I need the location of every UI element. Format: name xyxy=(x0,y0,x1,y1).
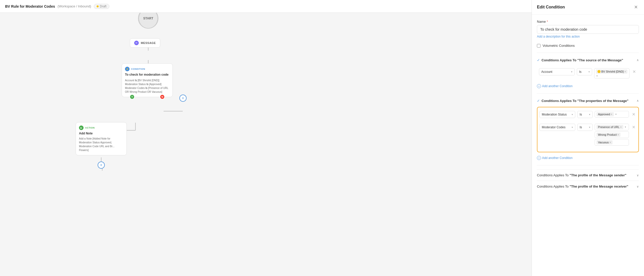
wrong-product-remove[interactable]: × xyxy=(617,133,619,136)
action-detail: Add a Note [Added Note for Moderation St… xyxy=(79,137,123,152)
presence-url-remove[interactable]: × xyxy=(620,126,622,129)
chevron-up-1: ∧ xyxy=(637,58,639,62)
section-sender-header[interactable]: Conditions Applies To "The profile of th… xyxy=(537,169,639,181)
section-receiver-title: Conditions Applies To "The profile of th… xyxy=(537,185,628,188)
section-properties-header[interactable]: ✓ Conditions Applies To "The properties … xyxy=(537,98,639,104)
account-values-chevron[interactable]: ▾ xyxy=(596,75,598,77)
account-chevron: ▾ xyxy=(571,71,572,73)
moderation-status-field-select[interactable]: Moderation Status ▾ xyxy=(539,111,575,118)
action-title: Add Note xyxy=(79,132,123,135)
moderation-status-row: Moderation Status ▾ Is ▾ Approved × ▾ xyxy=(539,109,636,120)
add-condition-btn-1[interactable]: + Add another Condition xyxy=(537,83,639,89)
volumetric-checkbox[interactable] xyxy=(537,44,540,48)
moderation-status-op-label: Is xyxy=(580,113,582,116)
message-icon: ✉ xyxy=(134,41,139,45)
condition-node[interactable]: ⚡ CONDITION To check for moderation code… xyxy=(122,63,173,97)
account-value-tag: BV Shrishti [DND] × xyxy=(596,70,627,74)
moderator-codes-field-select[interactable]: Moderator Codes ▾ xyxy=(539,124,575,131)
no-branch-plus[interactable]: + xyxy=(179,95,187,102)
moderation-status-row-remove[interactable]: ✕ xyxy=(631,111,636,118)
account-value-remove[interactable]: × xyxy=(624,70,626,73)
add-condition-btn-2[interactable]: + Add another Condition xyxy=(537,155,639,161)
vacuous-tag: Vacuous × xyxy=(596,140,613,144)
condition-title: To check for moderation code xyxy=(125,73,169,76)
section-properties: ✓ Conditions Applies To "The properties … xyxy=(537,98,639,161)
edit-condition-panel: Edit Condition ✕ Name * Add a descriptio… xyxy=(532,0,644,276)
vacuous-row[interactable]: Vacuous × xyxy=(595,139,629,146)
section-sender: Conditions Applies To "The profile of th… xyxy=(537,169,639,181)
account-row-remove[interactable]: ✕ xyxy=(631,68,637,75)
chevron-down-3: ∨ xyxy=(637,174,639,177)
action-node[interactable]: ▶ ACTION Add Note Add a Note [Added Note… xyxy=(76,122,127,169)
presence-url-row[interactable]: Presence of URL × ▾ xyxy=(595,124,629,130)
account-op-label: Is xyxy=(579,70,581,74)
account-value-icon xyxy=(597,70,601,73)
mod-status-chevron: ▾ xyxy=(572,113,573,116)
approved-tag-text: Approved xyxy=(598,113,610,116)
divider-1 xyxy=(537,53,639,53)
account-value-text: BV Shrishti [DND] xyxy=(601,70,624,73)
condition-details: Account Is [BV Shrishti [DND]] Moderatio… xyxy=(125,78,169,94)
section-receiver-header[interactable]: Conditions Applies To "The profile of th… xyxy=(537,181,639,192)
account-op-select[interactable]: Is ▾ xyxy=(577,68,592,75)
page-title: BV Rule for Moderator Codes xyxy=(5,4,55,8)
account-field-select[interactable]: Account ▾ xyxy=(539,68,575,75)
panel-body: Name * Add a description for this action… xyxy=(532,15,644,276)
status-badge: Draft xyxy=(94,4,109,9)
account-condition-row: Account ▾ Is ▾ BV Shrishti [DND] × ▾ ✕ xyxy=(537,66,639,80)
action-plus-wrapper: + xyxy=(76,157,127,169)
topbar: BV Rule for Moderator Codes (Workspace /… xyxy=(0,0,532,13)
approved-tag-remove[interactable]: × xyxy=(611,113,612,116)
moderator-codes-values-wrap: Presence of URL × ▾ Wrong Product × xyxy=(595,124,629,146)
account-values[interactable]: BV Shrishti [DND] × ▾ xyxy=(594,68,629,78)
name-label: Name * xyxy=(537,20,639,24)
section-source-header[interactable]: ✓ Conditions Applies To "The source of t… xyxy=(537,57,639,63)
add-condition-label-2: Add another Condition xyxy=(542,156,572,160)
moderation-status-field-label: Moderation Status xyxy=(542,113,567,116)
action-type-label: ACTION xyxy=(85,126,95,129)
approved-tag: Approved × xyxy=(596,112,614,116)
message-node[interactable]: ✉ MESSAGE xyxy=(130,38,160,48)
close-button[interactable]: ✕ xyxy=(633,4,639,10)
no-badge: N xyxy=(160,94,165,99)
section-properties-header-left: ✓ Conditions Applies To "The properties … xyxy=(537,99,628,103)
add-condition-plus-1: + xyxy=(537,84,541,88)
divider-2 xyxy=(537,93,639,94)
action-add-btn[interactable]: + xyxy=(98,162,105,169)
status-label: Draft xyxy=(100,5,107,8)
mod-codes-add-1[interactable]: ▾ xyxy=(625,126,626,128)
add-condition-label-1: Add another Condition xyxy=(542,84,572,88)
wrong-product-text: Wrong Product xyxy=(598,133,617,136)
divider-3 xyxy=(537,165,639,165)
section-properties-title: Conditions Applies To "The properties of… xyxy=(542,99,628,103)
vacuous-remove[interactable]: × xyxy=(610,141,611,144)
mod-codes-chevron: ▾ xyxy=(572,126,573,129)
action-icon: ▶ xyxy=(79,125,84,130)
section-sender-title: Conditions Applies To "The profile of th… xyxy=(537,173,626,177)
section-receiver: Conditions Applies To "The profile of th… xyxy=(537,181,639,192)
account-op-chevron: ▾ xyxy=(589,71,590,73)
mod-status-values-chevron[interactable]: ▾ xyxy=(615,113,617,116)
yes-badge: Y xyxy=(130,94,135,99)
moderation-status-op-select[interactable]: Is ▾ xyxy=(577,111,593,118)
message-label: MESSAGE xyxy=(141,41,156,44)
add-description-link[interactable]: Add a description for this action xyxy=(537,35,580,38)
moderation-status-values[interactable]: Approved × ▾ xyxy=(595,111,629,118)
check-icon-1: ✓ xyxy=(537,58,540,62)
volumetric-row: Volumetric Conditions xyxy=(537,44,639,48)
check-icon-2: ✓ xyxy=(537,99,540,103)
wrong-product-row[interactable]: Wrong Product × xyxy=(595,131,629,138)
required-mark: * xyxy=(547,20,548,24)
moderator-codes-op-select[interactable]: Is ▾ xyxy=(577,124,593,131)
action-connector xyxy=(101,157,101,162)
wrong-product-tag: Wrong Product × xyxy=(596,133,620,137)
breadcrumb: (Workspace / Inbound) xyxy=(57,4,91,8)
name-input[interactable] xyxy=(537,25,639,34)
name-field-section: Name * Add a description for this action xyxy=(537,20,639,39)
account-field-label: Account xyxy=(541,70,552,74)
moderator-codes-op-label: Is xyxy=(580,125,582,129)
moderator-codes-row-remove[interactable]: ✕ xyxy=(631,124,636,131)
chevron-down-4: ∨ xyxy=(637,185,639,188)
panel-header: Edit Condition ✕ xyxy=(532,0,644,15)
moderator-codes-row: Moderator Codes ▾ Is ▾ Presence of URL × xyxy=(539,122,636,147)
